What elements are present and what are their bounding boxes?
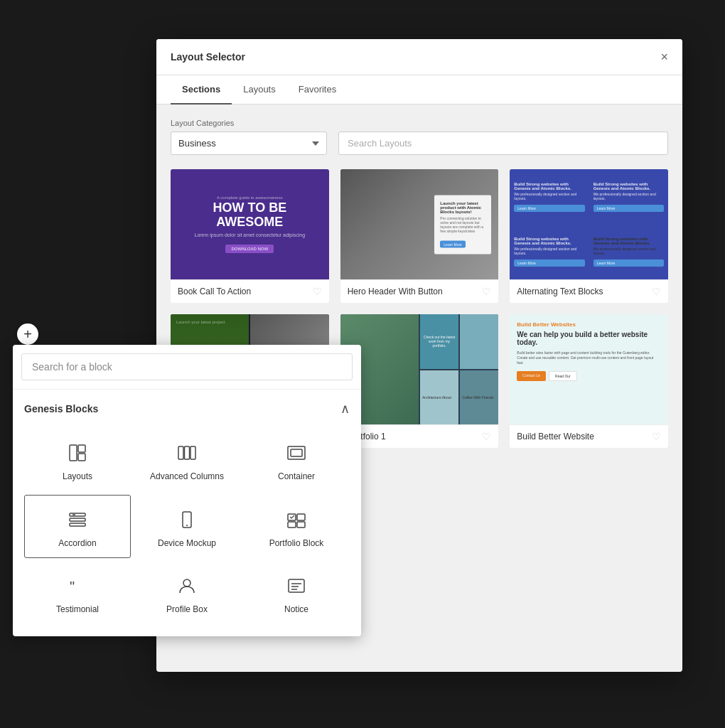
svg-rect-5 xyxy=(190,446,195,459)
svg-rect-8 xyxy=(70,513,85,516)
modal-close-button[interactable]: × xyxy=(660,50,668,63)
svg-rect-16 xyxy=(288,522,296,528)
block-item-layouts[interactable]: Layouts xyxy=(24,428,131,492)
svg-rect-15 xyxy=(297,514,305,520)
tab-layouts[interactable]: Layouts xyxy=(232,75,287,105)
block-section: Genesis Blocks ∧ Layouts xyxy=(13,390,361,625)
block-item-portfolio-block[interactable]: Portfolio Block xyxy=(243,495,350,559)
layout-card-footer: Portfolio 1 ♡ xyxy=(340,424,499,448)
layout-name: Book Call To Action xyxy=(178,287,251,296)
block-item-advanced-columns[interactable]: Advanced Columns xyxy=(134,428,240,492)
layout-card-thumbnail: Check out the latest work from my portfo… xyxy=(340,314,499,424)
block-label: Advanced Columns xyxy=(150,471,224,483)
modal-header: Layout Selector × xyxy=(156,39,682,75)
layout-card[interactable]: Check out the latest work from my portfo… xyxy=(340,314,499,448)
device-mockup-icon xyxy=(174,507,200,532)
layout-name: Hero Header With Button xyxy=(348,287,443,296)
favorite-icon[interactable]: ♡ xyxy=(482,286,491,297)
block-label: Layouts xyxy=(63,471,92,483)
svg-rect-17 xyxy=(297,522,305,528)
favorite-icon[interactable]: ♡ xyxy=(652,431,661,442)
layout-card-footer: Build Better Website ♡ xyxy=(510,424,668,448)
block-label: Portfolio Block xyxy=(269,538,324,550)
block-item-container[interactable]: Container xyxy=(243,428,350,492)
svg-rect-0 xyxy=(70,445,77,461)
block-item-testimonial[interactable]: " Testimonial xyxy=(24,561,131,625)
tab-favorites[interactable]: Favorites xyxy=(287,75,348,105)
svg-rect-4 xyxy=(185,446,190,459)
block-label: Container xyxy=(278,471,315,483)
block-label: Accordion xyxy=(58,538,96,550)
block-section-header: Genesis Blocks ∧ xyxy=(24,401,350,417)
svg-rect-1 xyxy=(78,445,85,452)
layout-name: Build Better Website xyxy=(517,432,594,441)
layout-name: Alternating Text Blocks xyxy=(517,287,603,296)
layout-card-thumbnail: Launch your latest product with Atomic B… xyxy=(340,169,499,279)
block-label: Profile Box xyxy=(166,604,208,616)
layout-search-input[interactable] xyxy=(338,132,668,155)
container-icon xyxy=(284,440,309,466)
modal-tabs: Sections Layouts Favorites xyxy=(156,75,682,105)
block-label: Device Mockup xyxy=(158,538,216,550)
svg-rect-3 xyxy=(178,446,183,459)
block-section-title: Genesis Blocks xyxy=(24,403,98,414)
layout-card[interactable]: Build Strong websites with Genesis and A… xyxy=(510,169,668,303)
modal-title: Layout Selector xyxy=(171,51,245,63)
filter-group: Layout Categories Business Portfolio Blo… xyxy=(171,119,327,155)
favorite-icon[interactable]: ♡ xyxy=(652,286,661,297)
svg-text:": " xyxy=(70,579,75,594)
svg-rect-14 xyxy=(288,514,296,520)
portfolio-block-icon xyxy=(284,507,309,532)
filter-row: Layout Categories Business Portfolio Blo… xyxy=(171,119,668,155)
blocks-grid: Layouts Advanced Columns xyxy=(24,428,350,625)
block-item-notice[interactable]: Notice xyxy=(243,561,350,625)
layout-card[interactable]: Launch your latest product with Atomic B… xyxy=(340,169,499,303)
tab-sections[interactable]: Sections xyxy=(171,75,232,105)
notice-icon xyxy=(284,573,309,599)
block-item-accordion[interactable]: Accordion xyxy=(24,495,131,559)
svg-rect-10 xyxy=(70,523,85,526)
layout-card[interactable]: A complete guide to awesomeness HOW TO B… xyxy=(171,169,329,303)
layout-card[interactable]: Build Better Websites We can help you bu… xyxy=(510,314,668,448)
advanced-columns-icon xyxy=(174,440,200,466)
layout-card-footer: Book Call To Action ♡ xyxy=(171,279,329,303)
testimonial-icon: " xyxy=(65,573,90,599)
layout-card-footer: Hero Header With Button ♡ xyxy=(340,279,499,303)
block-label: Notice xyxy=(284,604,308,616)
favorite-icon[interactable]: ♡ xyxy=(313,286,322,297)
profile-box-icon xyxy=(174,573,200,599)
svg-point-19 xyxy=(183,579,190,587)
block-search-wrapper xyxy=(13,345,361,390)
svg-rect-7 xyxy=(291,449,302,456)
svg-rect-2 xyxy=(78,454,85,461)
favorite-icon[interactable]: ♡ xyxy=(482,431,491,442)
block-search-input[interactable] xyxy=(21,353,353,380)
accordion-icon xyxy=(65,507,90,532)
categories-label: Layout Categories xyxy=(171,119,327,127)
svg-rect-20 xyxy=(289,579,304,592)
block-item-device-mockup[interactable]: Device Mockup xyxy=(134,495,240,559)
block-inserter-panel: Genesis Blocks ∧ Layouts xyxy=(13,345,361,636)
svg-rect-9 xyxy=(70,518,85,521)
block-item-profile-box[interactable]: Profile Box xyxy=(134,561,240,625)
category-select[interactable]: Business Portfolio Blog Shop Landing Pag… xyxy=(171,132,327,155)
add-block-button[interactable]: + xyxy=(17,323,38,345)
layout-card-footer: Alternating Text Blocks ♡ xyxy=(510,279,668,303)
block-label: Testimonial xyxy=(56,604,99,616)
layout-card-thumbnail: Build Better Websites We can help you bu… xyxy=(510,314,668,424)
block-section-toggle-icon[interactable]: ∧ xyxy=(340,401,350,417)
layouts-icon xyxy=(65,440,90,466)
layout-card-thumbnail: Build Strong websites with Genesis and A… xyxy=(510,169,668,279)
layout-card-thumbnail: A complete guide to awesomeness HOW TO B… xyxy=(171,169,329,279)
